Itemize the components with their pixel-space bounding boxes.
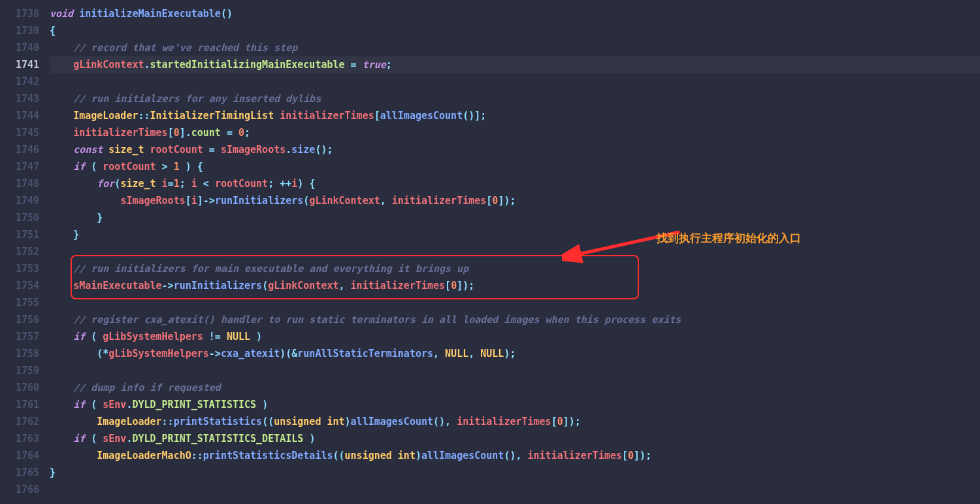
code-line[interactable]: if ( sEnv.DYLD_PRINT_STATISTICS ) <box>50 396 980 413</box>
code-line[interactable]: if ( gLibSystemHelpers != NULL ) <box>50 328 980 345</box>
code-line[interactable]: } <box>50 464 980 481</box>
line-number: 1766 <box>0 481 39 498</box>
line-number-gutter: 1738173917401741174217431744174517461747… <box>0 0 46 504</box>
annotation-text: 找到执行主程序初始化的入口 <box>657 230 801 247</box>
line-number: 1764 <box>0 447 39 464</box>
code-line[interactable]: ImageLoader::InitializerTimingList initi… <box>50 107 980 124</box>
line-number: 1756 <box>0 311 39 328</box>
line-number: 1758 <box>0 345 39 362</box>
code-line[interactable] <box>50 243 980 260</box>
code-line[interactable]: // dump info if requested <box>50 379 980 396</box>
line-number: 1754 <box>0 277 39 294</box>
line-number: 1738 <box>0 5 39 22</box>
code-line[interactable]: ImageLoaderMachO::printStatisticsDetails… <box>50 447 980 464</box>
line-number: 1753 <box>0 260 39 277</box>
code-line[interactable] <box>50 481 980 498</box>
line-number: 1749 <box>0 192 39 209</box>
code-line[interactable]: initializerTimes[0].count = 0; <box>50 124 980 141</box>
editor-root: 1738173917401741174217431744174517461747… <box>0 0 980 504</box>
code-line[interactable]: for(size_t i=1; i < rootCount; ++i) { <box>50 175 980 192</box>
code-line[interactable]: const size_t rootCount = sImageRoots.siz… <box>50 141 980 158</box>
code-line[interactable]: if ( rootCount > 1 ) { <box>50 158 980 175</box>
code-line[interactable]: gLinkContext.startedInitializingMainExec… <box>50 56 980 73</box>
line-number: 1755 <box>0 294 39 311</box>
line-number: 1752 <box>0 243 39 260</box>
line-number: 1751 <box>0 226 39 243</box>
line-number: 1741 <box>0 56 39 73</box>
line-number: 1744 <box>0 107 39 124</box>
code-area[interactable]: void initializeMainExecutable(){ // reco… <box>46 0 980 504</box>
line-number: 1746 <box>0 141 39 158</box>
code-line[interactable] <box>50 362 980 379</box>
line-number: 1739 <box>0 22 39 39</box>
line-number: 1742 <box>0 73 39 90</box>
line-number: 1765 <box>0 464 39 481</box>
code-line[interactable]: // run initialzers for any inserted dyli… <box>50 90 980 107</box>
line-number: 1760 <box>0 379 39 396</box>
code-line[interactable]: } <box>50 209 980 226</box>
line-number: 1759 <box>0 362 39 379</box>
line-number: 1745 <box>0 124 39 141</box>
code-line[interactable]: sImageRoots[i]->runInitializers(gLinkCon… <box>50 192 980 209</box>
line-number: 1740 <box>0 39 39 56</box>
code-line[interactable]: if ( sEnv.DYLD_PRINT_STATISTICS_DETAILS … <box>50 430 980 447</box>
code-line[interactable]: { <box>50 22 980 39</box>
code-line[interactable] <box>50 294 980 311</box>
code-line[interactable]: ImageLoader::printStatistics((unsigned i… <box>50 413 980 430</box>
code-line[interactable]: } <box>50 226 980 243</box>
code-line[interactable]: (*gLibSystemHelpers->cxa_atexit)(&runAll… <box>50 345 980 362</box>
code-line[interactable]: // register cxa_atexit() handler to run … <box>50 311 980 328</box>
line-number: 1763 <box>0 430 39 447</box>
code-line[interactable]: // record that we've reached this step <box>50 39 980 56</box>
code-line[interactable]: void initializeMainExecutable() <box>50 5 980 22</box>
code-line[interactable]: // run initializers for main executable … <box>50 260 980 277</box>
line-number: 1762 <box>0 413 39 430</box>
line-number: 1757 <box>0 328 39 345</box>
code-line[interactable] <box>50 73 980 90</box>
line-number: 1750 <box>0 209 39 226</box>
code-line[interactable]: sMainExecutable->runInitializers(gLinkCo… <box>50 277 980 294</box>
line-number: 1761 <box>0 396 39 413</box>
line-number: 1743 <box>0 90 39 107</box>
line-number: 1748 <box>0 175 39 192</box>
line-number: 1747 <box>0 158 39 175</box>
